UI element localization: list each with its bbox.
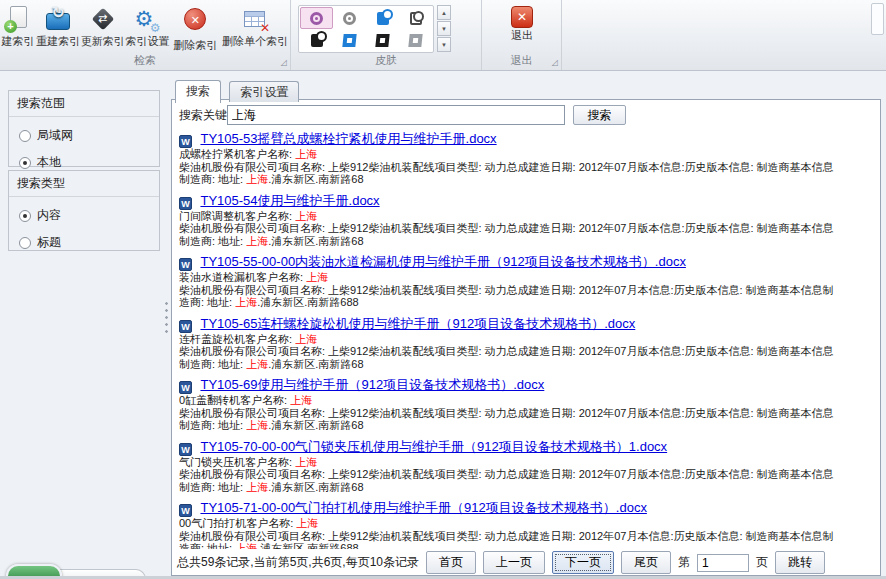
update-index-button[interactable]: ⇄ 更新索引 bbox=[81, 3, 125, 51]
index-settings-button[interactable]: ⚙ ⚙ 索引设置 bbox=[125, 3, 171, 51]
search-result: W TY105-70-00-00气门锁夹压机使用与维护手册（912项目设备技术规… bbox=[179, 438, 875, 494]
result-title-link[interactable]: TY105-69使用与维护手册（912项目设备技术规格书）.docx bbox=[200, 377, 544, 392]
radio-title-label: 标题 bbox=[37, 234, 61, 251]
index-settings-label: 索引设置 bbox=[125, 35, 171, 47]
rebuild-index-icon: ↻ bbox=[43, 4, 73, 34]
keyword-highlight: 上海 bbox=[246, 235, 268, 247]
down-arrow-icon: ▼ bbox=[441, 26, 447, 32]
ribbon-group-skin: ▲ ▼ ▼ 皮肤 bbox=[291, 0, 482, 70]
word-doc-icon: W bbox=[179, 443, 192, 456]
dialog-launcher-icon[interactable]: ◿ bbox=[552, 59, 558, 67]
word-doc-icon: W bbox=[179, 504, 192, 517]
radio-local-label: 本地 bbox=[37, 154, 61, 171]
delete-single-index-icon: ✕ bbox=[240, 4, 270, 34]
result-snippet: 成螺栓拧紧机客户名称: 上海 柴油机股份有限公司项目名称: 上柴912柴油机装配… bbox=[179, 148, 875, 186]
radio-lan-label: 局域网 bbox=[37, 127, 73, 144]
delete-index-icon: ✕ bbox=[180, 8, 210, 38]
tab-index-settings[interactable]: 索引设置 bbox=[229, 81, 299, 102]
skin-option-3[interactable] bbox=[366, 7, 399, 29]
keyword-highlight: 上海 bbox=[306, 271, 328, 283]
skin-o-black-icon bbox=[375, 34, 389, 47]
radio-title[interactable]: 标题 bbox=[19, 234, 159, 251]
skin-circle-purple-icon bbox=[310, 12, 323, 25]
rebuild-index-label: 重建索引 bbox=[36, 35, 81, 47]
search-keyword-input[interactable] bbox=[227, 105, 565, 125]
search-result: W TY105-54使用与维护手册.docx 门间隙调整机客户名称: 上海 柴油… bbox=[179, 192, 875, 248]
keyword-highlight: 上海 bbox=[295, 333, 317, 345]
page-label-suffix: 页 bbox=[756, 554, 768, 571]
result-title-link[interactable]: TY105-55-00-00内装油水道检漏机使用与维护手册（912项目设备技术规… bbox=[200, 254, 685, 269]
tab-strip: 搜索 索引设置 bbox=[171, 80, 881, 99]
result-snippet: 气门锁夹压机客户名称: 上海 柴油机股份有限公司项目名称: 上柴912柴油机装配… bbox=[179, 456, 875, 494]
gallery-scroll-up-button[interactable]: ▲ bbox=[437, 5, 451, 20]
exit-close-icon: ✕ bbox=[511, 6, 533, 28]
search-result: W TY105-71-00-00气门拍打机使用与维护手册（912项目设备技术规格… bbox=[179, 499, 875, 549]
skin-option-7[interactable] bbox=[366, 29, 399, 51]
create-index-button[interactable]: + 建索引 bbox=[0, 3, 36, 51]
radio-icon bbox=[19, 130, 31, 142]
skin-option-6[interactable] bbox=[333, 29, 366, 51]
result-snippet: 装油水道检漏机客户名称: 上海 柴油机股份有限公司项目名称: 上柴912柴油机装… bbox=[179, 271, 875, 309]
first-page-button[interactable]: 首页 bbox=[426, 551, 476, 574]
skin-o-blue-icon bbox=[342, 34, 356, 47]
exit-button[interactable]: ✕ 退出 bbox=[482, 0, 562, 41]
result-title-link[interactable]: TY105-70-00-00气门锁夹压机使用与维护手册（912项目设备技术规格书… bbox=[200, 439, 667, 454]
keyword-highlight: 上海 bbox=[235, 296, 257, 308]
search-result: W TY105-69使用与维护手册（912项目设备技术规格书）.docx 0缸盖… bbox=[179, 376, 875, 432]
result-snippet: 连杆盖旋松机客户名称: 上海 柴油机股份有限公司项目名称: 上柴912柴油机装配… bbox=[179, 333, 875, 371]
page-number-input[interactable] bbox=[697, 554, 749, 572]
group-label-search: 检索 bbox=[0, 53, 290, 68]
result-title-link[interactable]: TY105-65连杆螺栓旋松机使用与维护手册（912项目设备技术规格书）.doc… bbox=[200, 316, 635, 331]
search-type-title: 搜索类型 bbox=[9, 171, 159, 197]
result-title-link[interactable]: TY105-54使用与维护手册.docx bbox=[200, 193, 379, 208]
keyword-highlight: 上海 bbox=[295, 456, 317, 468]
skin-option-8[interactable] bbox=[399, 29, 432, 51]
panel-splitter-grip[interactable] bbox=[164, 300, 169, 334]
skin-option-5[interactable] bbox=[300, 29, 333, 51]
keyword-highlight: 上海 bbox=[295, 210, 317, 222]
result-title-link[interactable]: TY105-71-00-00气门拍打机使用与维护手册（912项目设备技术规格书）… bbox=[200, 500, 646, 515]
ribbon-group-search: + 建索引 ↻ 重建索引 ⇄ 更新索引 ⚙ bbox=[0, 0, 291, 70]
radio-lan[interactable]: 局域网 bbox=[19, 127, 159, 144]
rebuild-index-button[interactable]: ↻ 重建索引 bbox=[36, 3, 81, 51]
next-page-button[interactable]: 下一页 bbox=[552, 551, 614, 574]
keyword-highlight: 上海 bbox=[246, 173, 268, 185]
up-arrow-icon: ▲ bbox=[441, 10, 447, 16]
gallery-dropdown-button[interactable]: ▼ bbox=[437, 37, 451, 52]
search-scope-groupbox: 搜索范围 局域网 本地 bbox=[8, 90, 160, 167]
word-doc-icon: W bbox=[179, 135, 192, 148]
new-index-icon: + bbox=[3, 4, 33, 34]
search-results-list: W TY105-53摇臂总成螺栓拧紧机使用与维护手册.docx 成螺栓拧紧机客户… bbox=[179, 130, 875, 549]
delete-single-index-button[interactable]: ✕ 删除单个索引 bbox=[220, 3, 290, 51]
delete-index-button[interactable]: ✕ 删除索引 bbox=[170, 3, 220, 51]
pagination-summary: 总共59条记录,当前第5页,共6页,每页10条记录 bbox=[177, 554, 419, 571]
skin-clock-blue-icon bbox=[377, 12, 389, 25]
keyword-highlight: 上海 bbox=[246, 419, 268, 431]
keyword-highlight: 上海 bbox=[290, 394, 312, 406]
delete-index-label: 删除索引 bbox=[170, 39, 220, 51]
keyword-highlight: 上海 bbox=[235, 542, 257, 549]
goto-page-button[interactable]: 跳转 bbox=[775, 551, 825, 574]
main-panel: 搜索 索引设置 搜索关键字 搜索 W TY105-53摇臂总成螺栓拧紧机使用与维… bbox=[171, 80, 881, 576]
result-snippet: 门间隙调整机客户名称: 上海 柴油机股份有限公司项目名称: 上柴912柴油机装配… bbox=[179, 210, 875, 248]
radio-local[interactable]: 本地 bbox=[19, 154, 159, 171]
skin-option-2[interactable] bbox=[333, 7, 366, 29]
pagination-bar: 总共59条记录,当前第5页,共6页,每页10条记录 首页 上一页 下一页 尾页 … bbox=[177, 552, 876, 573]
page-label-prefix: 第 bbox=[678, 554, 690, 571]
word-doc-icon: W bbox=[179, 381, 192, 394]
exit-button-label: 退出 bbox=[482, 29, 562, 41]
last-page-button[interactable]: 尾页 bbox=[621, 551, 671, 574]
skin-option-1[interactable] bbox=[300, 7, 333, 29]
create-index-label: 建索引 bbox=[0, 35, 36, 47]
skin-clock-black-icon bbox=[311, 34, 323, 47]
dialog-launcher-icon[interactable]: ◿ bbox=[281, 59, 287, 67]
tab-search[interactable]: 搜索 bbox=[175, 80, 221, 103]
word-doc-icon: W bbox=[179, 197, 192, 210]
prev-page-button[interactable]: 上一页 bbox=[483, 551, 545, 574]
search-button[interactable]: 搜索 bbox=[573, 105, 626, 125]
radio-content[interactable]: 内容 bbox=[19, 207, 159, 224]
result-title-link[interactable]: TY105-53摇臂总成螺栓拧紧机使用与维护手册.docx bbox=[200, 131, 496, 146]
search-type-groupbox: 搜索类型 内容 标题 bbox=[8, 170, 160, 251]
gallery-scroll-down-button[interactable]: ▼ bbox=[437, 21, 451, 36]
skin-option-4[interactable] bbox=[399, 7, 432, 29]
